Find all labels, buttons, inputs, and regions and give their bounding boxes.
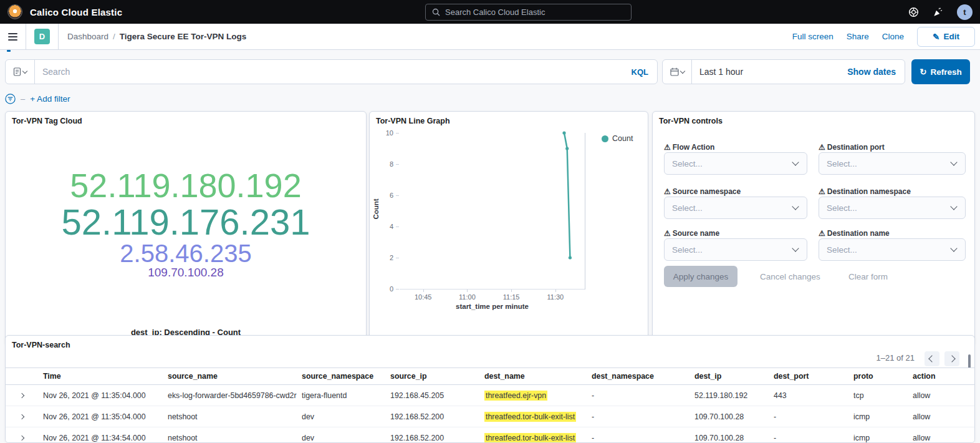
cell-source_ip: 192.168.52.200 [385, 406, 479, 427]
table-header-row: Timesource_namesource_namespacesource_ip… [6, 368, 975, 385]
breadcrumb-dashboard-link[interactable]: Dashboard [67, 32, 108, 41]
time-range-value[interactable]: Last 1 hour [692, 67, 743, 77]
kql-language-button[interactable]: KQL [632, 67, 657, 77]
dashboard-badge-segment: D [26, 24, 59, 49]
chevron-down-icon [950, 203, 957, 210]
control-select-destination-namespace[interactable]: Select... [819, 197, 966, 219]
column-header-proto[interactable]: proto [848, 368, 908, 384]
control-select-destination-name[interactable]: Select... [819, 238, 966, 261]
cell-time: Nov 26, 2021 @ 11:34:54.000 [38, 427, 163, 443]
column-header-dest_port[interactable]: dest_port [769, 368, 848, 384]
refresh-button-label: Refresh [931, 67, 962, 77]
column-header-source_name[interactable]: source_name [163, 368, 297, 384]
control-label-text: Destination port [827, 143, 885, 152]
help-lifebuoy-icon[interactable] [908, 7, 919, 17]
share-link[interactable]: Share [847, 32, 869, 41]
cell-source_name: eks-log-forwarder-5bd4659786-cwd2r [163, 385, 297, 406]
table-row: Nov 26, 2021 @ 11:35:04.000netshootdev19… [6, 406, 975, 427]
column-header-dest_ip[interactable]: dest_ip [689, 368, 769, 384]
saved-query-icon [13, 67, 21, 76]
clone-link[interactable]: Clone [882, 32, 904, 41]
pagination-next-button[interactable] [944, 351, 959, 366]
column-header-source_namespace[interactable]: source_namespace [297, 368, 385, 384]
tag-cloud-term[interactable]: 109.70.100.28 [148, 266, 224, 279]
refresh-button[interactable]: ↻ Refresh [911, 59, 970, 84]
saved-query-menu-button[interactable] [6, 60, 35, 84]
date-quick-select-button[interactable] [663, 60, 692, 84]
legend-item-count[interactable]: Count [602, 134, 633, 143]
cell-dest_port: - [769, 427, 848, 443]
column-header-dest_namespace[interactable]: dest_namespace [587, 368, 689, 384]
time-range-picker[interactable]: Last 1 hour Show dates [662, 59, 905, 84]
full-screen-link[interactable]: Full screen [792, 32, 833, 41]
warning-icon[interactable]: ⚠ [664, 143, 671, 152]
control-field-label: ⚠Source namespace [664, 187, 741, 196]
pagination-range: 1–21 of 21 [877, 353, 915, 363]
column-header-dest_name[interactable]: dest_name [479, 368, 587, 384]
warning-icon[interactable]: ⚠ [819, 143, 825, 152]
control-select-flow-action[interactable]: Select... [664, 152, 807, 175]
tag-cloud-term[interactable]: 2.58.46.235 [120, 241, 251, 266]
select-placeholder: Select... [819, 245, 951, 255]
chevron-down-icon [680, 69, 685, 74]
cell-time: Nov 26, 2021 @ 11:35:04.000 [38, 406, 163, 427]
control-select-source-namespace[interactable]: Select... [664, 197, 807, 219]
column-header-action[interactable]: action [908, 368, 975, 384]
pencil-icon: ✎ [933, 32, 939, 42]
control-field-label: ⚠Source name [664, 229, 719, 238]
page-title: Tigera Secure EE Tor-VPN Logs [120, 32, 247, 41]
cell-source_namespace: tigera-fluentd [297, 385, 385, 406]
control-field-label: ⚠Flow Action [664, 143, 714, 152]
control-select-destination-port[interactable]: Select... [819, 152, 966, 175]
global-header: Calico Cloud Elastic Search Calico Cloud… [0, 0, 980, 24]
warning-icon[interactable]: ⚠ [664, 187, 671, 196]
cell-dest_namespace: - [587, 427, 689, 443]
cell-source_namespace: dev [297, 406, 385, 427]
cell-proto: icmp [848, 406, 908, 427]
select-placeholder: Select... [665, 159, 793, 168]
cell-action: allow [908, 427, 975, 443]
whats-new-icon[interactable] [933, 7, 943, 17]
warning-icon[interactable]: ⚠ [664, 229, 671, 238]
column-header-source_ip[interactable]: source_ip [385, 368, 479, 384]
refresh-icon: ↻ [920, 67, 926, 77]
chevron-down-icon [792, 245, 799, 251]
clear-form-button[interactable]: Clear form [848, 266, 888, 287]
menu-toggle[interactable] [0, 24, 26, 49]
control-label-text: Source name [673, 229, 719, 238]
show-dates-button[interactable]: Show dates [847, 67, 905, 77]
tag-cloud-term[interactable]: 52.119.176.231 [62, 203, 310, 241]
calico-logo[interactable] [7, 4, 22, 19]
chevron-right-icon [19, 435, 24, 440]
legend-color-dot [602, 135, 608, 142]
apply-changes-button[interactable]: Apply changes [664, 266, 737, 287]
filter-menu-icon[interactable] [5, 94, 16, 104]
cancel-changes-button[interactable]: Cancel changes [760, 266, 820, 287]
global-search-input[interactable]: Search Calico Cloud Elastic [425, 4, 632, 21]
control-select-source-name[interactable]: Select... [664, 238, 807, 261]
chevron-down-icon [950, 158, 957, 165]
chevron-right-icon [948, 355, 955, 362]
user-avatar[interactable]: t [957, 4, 973, 20]
pagination-prev-button[interactable] [925, 351, 939, 366]
header-icons: t [908, 0, 973, 24]
chevron-down-icon [950, 245, 957, 251]
cell-source_ip: 192.168.45.205 [385, 385, 479, 406]
warning-icon[interactable]: ⚠ [819, 187, 825, 196]
tag-cloud-term[interactable]: 52.119.180.192 [70, 168, 301, 203]
expand-row-button[interactable] [6, 406, 38, 427]
expand-row-button[interactable] [6, 427, 38, 443]
add-filter-button[interactable]: + Add filter [30, 94, 70, 104]
column-header-time[interactable]: Time [38, 368, 163, 384]
warning-icon[interactable]: ⚠ [819, 229, 825, 238]
cell-source_namespace: dev [297, 427, 385, 443]
navigation-bar: D Dashboard / Tigera Secure EE Tor-VPN L… [0, 24, 980, 50]
dashboard-badge[interactable]: D [34, 29, 50, 44]
control-field-label: ⚠Destination port [819, 143, 885, 152]
expand-row-button[interactable] [6, 385, 38, 406]
chevron-right-icon [19, 414, 24, 419]
edit-button[interactable]: ✎ Edit [917, 27, 975, 47]
edit-button-label: Edit [943, 32, 959, 41]
query-input[interactable]: Search KQL [5, 59, 658, 84]
control-label-text: Destination name [827, 229, 890, 238]
